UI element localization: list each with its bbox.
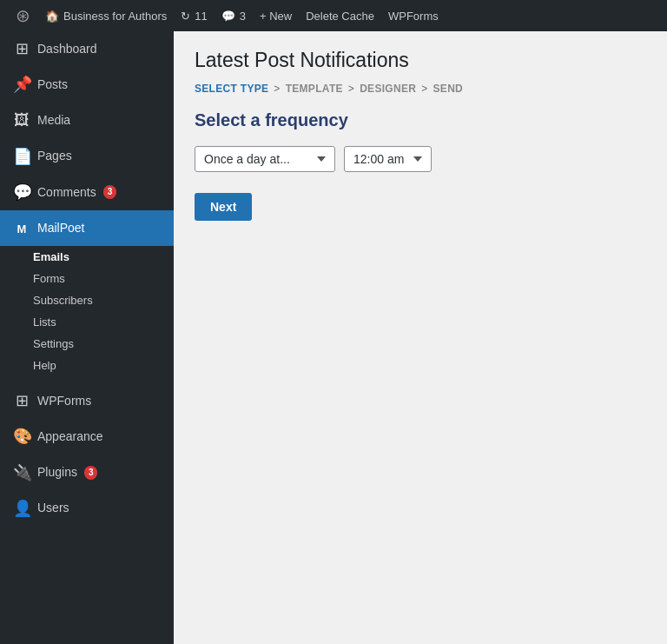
sidebar-item-dashboard[interactable]: ⊞ Dashboard	[0, 31, 174, 67]
home-icon: 🏠	[45, 10, 59, 23]
site-name[interactable]: 🏠 Business for Authors	[38, 0, 174, 31]
main-content: Latest Post Notifications SELECT TYPE > …	[174, 31, 667, 644]
page-title: Latest Post Notifications	[195, 49, 646, 72]
comments-item[interactable]: 💬 3	[215, 0, 253, 31]
sidebar-sub-forms[interactable]: Forms	[0, 268, 174, 289]
sidebar-item-mailpoet[interactable]: M MailPoet	[0, 210, 174, 246]
sidebar-item-plugins[interactable]: 🔌 Plugins 3	[0, 455, 174, 491]
dashboard-icon: ⊞	[13, 38, 30, 60]
breadcrumb-step3: DESIGNER	[360, 83, 416, 95]
plugins-badge: 3	[84, 466, 98, 480]
sidebar-item-pages[interactable]: 📄 Pages	[0, 139, 174, 175]
delete-cache-item[interactable]: Delete Cache	[299, 0, 381, 31]
sidebar-item-media[interactable]: 🖼 Media	[0, 103, 174, 138]
pages-icon: 📄	[13, 146, 30, 168]
posts-icon: 📌	[13, 74, 30, 96]
sidebar-sub-subscribers[interactable]: Subscribers	[0, 289, 174, 311]
sidebar-item-posts[interactable]: 📌 Posts	[0, 67, 174, 103]
wp-logo-icon[interactable]: ⊛	[7, 0, 38, 31]
mailpoet-icon: M	[13, 217, 30, 239]
section-title: Select a frequency	[195, 110, 646, 130]
breadcrumb: SELECT TYPE > TEMPLATE > DESIGNER > SEND	[195, 83, 646, 95]
breadcrumb-step1: SELECT TYPE	[195, 83, 268, 95]
comments-icon: 💬	[13, 182, 30, 203]
wpforms-adminbar-item[interactable]: WPForms	[381, 0, 446, 31]
wpforms-icon: ⊞	[13, 390, 30, 412]
sidebar-sub-emails[interactable]: Emails	[0, 246, 174, 268]
comments-badge: 3	[103, 185, 117, 199]
sidebar: ⊞ Dashboard 📌 Posts 🖼 Media 📄 Pages 💬 Co…	[0, 31, 174, 644]
media-icon: 🖼	[13, 110, 30, 131]
sidebar-item-users[interactable]: 👤 Users	[0, 491, 174, 527]
comment-icon: 💬	[221, 10, 235, 23]
sidebar-sub-help[interactable]: Help	[0, 355, 174, 376]
frequency-select[interactable]: Once a day at... Once a week on... Once …	[195, 146, 335, 172]
sync-icon: ↻	[181, 10, 190, 23]
admin-bar: ⊛ 🏠 Business for Authors ↻ 11 💬 3 + New …	[0, 0, 667, 31]
time-select[interactable]: 12:00 am 1:00 am 2:00 am 3:00 am 6:00 am…	[344, 146, 432, 172]
sync-item[interactable]: ↻ 11	[174, 0, 214, 31]
users-icon: 👤	[13, 498, 30, 520]
new-item[interactable]: + New	[253, 0, 299, 31]
breadcrumb-step4: SEND	[433, 83, 464, 95]
frequency-row: Once a day at... Once a week on... Once …	[195, 146, 646, 172]
breadcrumb-sep2: >	[348, 83, 354, 95]
appearance-icon: 🎨	[13, 426, 30, 448]
sidebar-item-appearance[interactable]: 🎨 Appearance	[0, 419, 174, 455]
next-button[interactable]: Next	[195, 193, 252, 221]
sidebar-sub-settings[interactable]: Settings	[0, 333, 174, 355]
sidebar-sub-lists[interactable]: Lists	[0, 311, 174, 333]
breadcrumb-step2: TEMPLATE	[286, 83, 343, 95]
breadcrumb-sep1: >	[274, 83, 280, 95]
plugins-icon: 🔌	[13, 462, 30, 484]
sidebar-item-comments[interactable]: 💬 Comments 3	[0, 175, 174, 210]
sidebar-item-wpforms[interactable]: ⊞ WPForms	[0, 383, 174, 419]
breadcrumb-sep3: >	[421, 83, 427, 95]
